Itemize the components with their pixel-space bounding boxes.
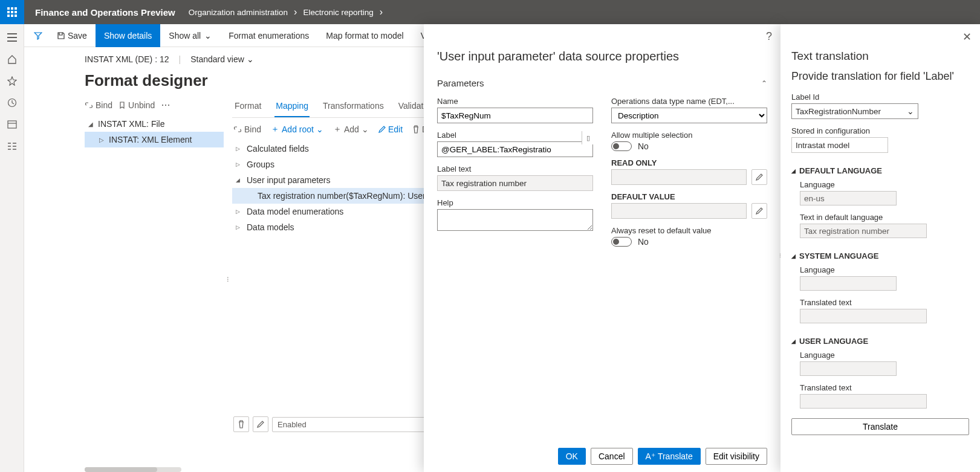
- translate-button[interactable]: A⁺Translate: [638, 448, 701, 465]
- recent-icon[interactable]: [0, 92, 24, 114]
- translate-button[interactable]: Translate: [791, 418, 969, 435]
- system-language-section[interactable]: ◢SYSTEM LANGUAGE: [791, 245, 969, 265]
- edit-visibility-label: Edit visibility: [713, 451, 759, 461]
- system-translated-field: Translated text: [800, 298, 969, 323]
- tree-row[interactable]: ▷INSTAT: XML Element: [85, 132, 224, 147]
- chevron-down-icon: ⌄: [204, 31, 212, 40]
- edit-button[interactable]: Edit: [378, 124, 403, 134]
- svg-rect-7: [11, 15, 13, 17]
- svg-rect-4: [11, 11, 13, 13]
- delete-icon-button[interactable]: [233, 416, 249, 432]
- edit-icon-button[interactable]: [253, 416, 268, 432]
- field-label: Text in default language: [800, 213, 969, 222]
- system-language-readonly: [800, 276, 897, 291]
- help-icon[interactable]: ?: [766, 30, 772, 43]
- parameters-section-header[interactable]: Parameters ⌃: [437, 74, 767, 97]
- main-content: Save Show details Show all⌄ Format enume…: [24, 24, 980, 472]
- add-button[interactable]: ＋Add⌄: [333, 124, 369, 135]
- ok-button[interactable]: OK: [558, 448, 586, 465]
- breadcrumb-item[interactable]: Electronic reporting: [300, 8, 375, 17]
- field-label: Language: [800, 351, 969, 360]
- edit-default-button[interactable]: [751, 203, 767, 219]
- toggle-value: No: [638, 237, 649, 247]
- unbind-button[interactable]: Unbind: [118, 100, 155, 110]
- star-icon[interactable]: [0, 70, 24, 92]
- tree-toolbar: Bind Unbind ···: [85, 96, 224, 116]
- stored-in-value: Intrastat model: [796, 141, 849, 150]
- translation-title: Text translation: [791, 33, 969, 70]
- bind-label: Bind: [96, 100, 112, 110]
- section-label: SYSTEM LANGUAGE: [799, 251, 878, 260]
- label-input[interactable]: [437, 141, 593, 157]
- edit-readonly-button[interactable]: [751, 169, 767, 185]
- show-all-button[interactable]: Show all⌄: [160, 24, 220, 47]
- tree-label: Data model enumerations: [247, 207, 343, 216]
- add-root-button[interactable]: ＋Add root⌄: [271, 124, 323, 135]
- doc-name[interactable]: INSTAT XML (DE) : 12: [85, 54, 169, 64]
- more-button[interactable]: ···: [161, 99, 170, 111]
- allow-multi-toggle[interactable]: [611, 141, 632, 151]
- svg-rect-0: [7, 7, 10, 10]
- default-language-section[interactable]: ◢DEFAULT LANGUAGE: [791, 160, 969, 180]
- user-language-section[interactable]: ◢USER LANGUAGE: [791, 331, 969, 351]
- help-input[interactable]: [437, 209, 593, 231]
- form-grid: Name Label ▯ Label text Tax registration…: [437, 97, 767, 247]
- label-field: Label ▯: [437, 131, 593, 157]
- label-text-field: Label text Tax registration number: [437, 164, 593, 191]
- label-id-select[interactable]: TaxRegistrationNumber⌄: [791, 103, 918, 119]
- tree-row[interactable]: ◢INSTAT XML: File: [85, 116, 224, 132]
- save-button[interactable]: Save: [48, 24, 96, 47]
- translate-label: Translate: [658, 451, 693, 461]
- field-label: Operations data type name (EDT,...: [611, 97, 767, 106]
- left-rail: [0, 24, 24, 472]
- view-selector[interactable]: Standard view ⌄: [190, 54, 254, 64]
- help-field: Help: [437, 198, 593, 233]
- section-label: USER LANGUAGE: [799, 337, 868, 346]
- format-enumerations-button[interactable]: Format enumerations: [220, 24, 317, 47]
- allow-multi-field: Allow multiple selection No: [611, 131, 767, 151]
- horizontal-scrollbar[interactable]: [85, 467, 181, 472]
- label-text-readonly: Tax registration number: [437, 175, 593, 191]
- modules-icon[interactable]: [0, 135, 24, 157]
- bind-button[interactable]: Bind: [233, 124, 261, 134]
- system-language-field: Language: [800, 265, 969, 291]
- ok-label: OK: [566, 451, 578, 461]
- chevron-up-icon: ⌃: [761, 79, 767, 88]
- unbind-label: Unbind: [128, 100, 155, 110]
- filter-icon[interactable]: [28, 24, 48, 47]
- field-label: Always reset to default value: [611, 226, 767, 235]
- bind-button[interactable]: Bind: [85, 100, 112, 110]
- app-launcher-icon[interactable]: [0, 0, 24, 24]
- format-enums-label: Format enumerations: [229, 31, 309, 40]
- vertical-splitter[interactable]: ⫶: [224, 96, 232, 462]
- label-picker-icon[interactable]: ▯: [582, 131, 594, 144]
- show-details-button[interactable]: Show details: [96, 24, 160, 47]
- tab-mapping[interactable]: Mapping: [274, 96, 310, 117]
- map-format-button[interactable]: Map format to model: [317, 24, 412, 47]
- home-icon[interactable]: [0, 48, 24, 70]
- edit-visibility-button[interactable]: Edit visibility: [706, 448, 767, 465]
- hamburger-icon[interactable]: [0, 27, 24, 48]
- flyout-title: 'User input parameter' data source prope…: [437, 33, 767, 74]
- tree-label: INSTAT: XML Element: [109, 135, 192, 144]
- show-all-label: Show all: [169, 31, 201, 40]
- breadcrumb-item[interactable]: Organization administration: [186, 8, 290, 17]
- translate-icon: A⁺: [646, 451, 655, 461]
- flyout-splitter[interactable]: ⫶: [778, 248, 782, 263]
- bind-label: Bind: [244, 124, 261, 134]
- always-reset-toggle[interactable]: [611, 237, 632, 247]
- chevron-down-icon: ⌄: [907, 106, 914, 116]
- tab-transformations[interactable]: Transformations: [322, 96, 385, 117]
- toggle-value: No: [638, 141, 649, 151]
- tab-format[interactable]: Format: [233, 96, 262, 117]
- edt-field: Operations data type name (EDT,... Descr…: [611, 97, 767, 123]
- close-icon[interactable]: ✕: [962, 30, 972, 44]
- edt-select[interactable]: Description: [611, 108, 767, 123]
- cancel-label: Cancel: [599, 451, 625, 461]
- show-details-label: Show details: [104, 31, 152, 40]
- workspace-icon[interactable]: [0, 114, 24, 135]
- name-input[interactable]: [437, 108, 593, 123]
- flyout-footer: OK Cancel A⁺Translate Edit visibility: [437, 442, 767, 465]
- divider: |: [178, 54, 183, 64]
- cancel-button[interactable]: Cancel: [591, 448, 633, 465]
